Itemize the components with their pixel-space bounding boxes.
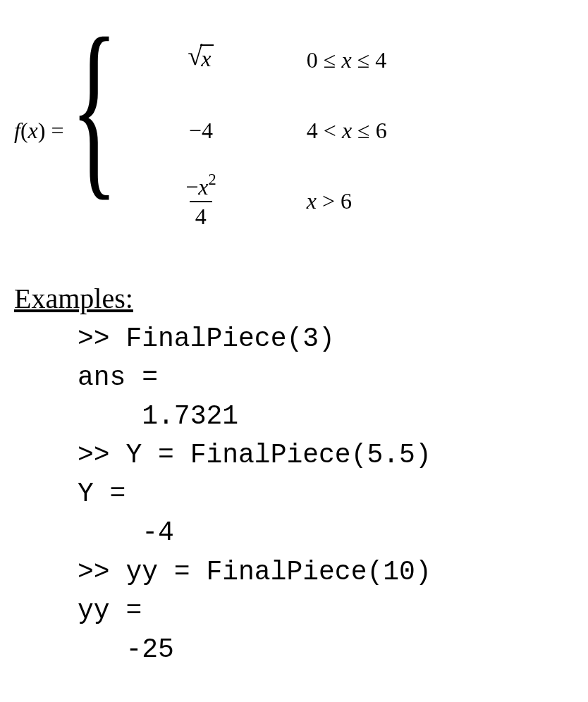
cond2-part1: 4 < <box>307 118 342 143</box>
case-row-1: √ x 0 ≤ x ≤ 4 <box>145 25 504 95</box>
x-var: x <box>28 118 38 143</box>
code-line-6: >> yy = FinalPiece(10) <box>78 557 431 587</box>
expr-sqrt: √ x <box>145 44 257 75</box>
examples-heading: Examples: <box>14 282 574 315</box>
cond3-x: x <box>307 188 317 214</box>
case-row-3: −x2 4 x > 6 <box>145 166 504 236</box>
function-label: f(x) = <box>14 118 71 144</box>
cases-group: { √ x 0 ≤ x ≤ 4 −4 4 < x ≤ 6 <box>71 14 503 247</box>
num-x: x <box>198 173 208 199</box>
piecewise-equation: f(x) = { √ x 0 ≤ x ≤ 4 −4 4 < x ≤ 6 <box>14 14 574 247</box>
num-minus: − <box>185 173 198 199</box>
code-line-4: Y = <box>78 479 125 509</box>
denominator: 4 <box>190 201 212 230</box>
left-brace: { <box>71 8 118 241</box>
code-examples: >> FinalPiece(3) ans = 1.7321 >> Y = Fin… <box>14 319 574 669</box>
expr-frac: −x2 4 <box>145 172 257 230</box>
numerator: −x2 <box>180 172 221 202</box>
code-line-2: 1.7321 <box>78 401 238 431</box>
equals-sign: = <box>45 118 63 143</box>
code-line-7: yy = <box>78 596 142 626</box>
radical-symbol: √ <box>188 40 202 71</box>
cond1-part2: ≤ 4 <box>352 47 387 73</box>
num-sup: 2 <box>208 171 216 188</box>
open-paren: ( <box>20 118 28 143</box>
condition-1: 0 ≤ x ≤ 4 <box>257 47 504 73</box>
expr-neg4: −4 <box>145 118 257 144</box>
cond1-x: x <box>341 47 351 73</box>
cond2-x: x <box>342 118 352 143</box>
f-symbol: f <box>14 118 20 143</box>
code-line-0: >> FinalPiece(3) <box>78 324 335 354</box>
code-line-8: -25 <box>78 634 174 665</box>
cond1-part1: 0 ≤ <box>307 47 342 73</box>
cond2-part2: ≤ 6 <box>352 118 387 143</box>
code-line-3: >> Y = FinalPiece(5.5) <box>78 440 431 470</box>
case-row-2: −4 4 < x ≤ 6 <box>145 95 504 166</box>
condition-3: x > 6 <box>257 188 504 214</box>
condition-2: 4 < x ≤ 6 <box>257 118 504 144</box>
code-line-5: -4 <box>78 517 174 548</box>
cases-column: √ x 0 ≤ x ≤ 4 −4 4 < x ≤ 6 −x2 <box>145 14 504 247</box>
close-paren: ) <box>38 118 46 143</box>
code-line-1: ans = <box>78 362 158 393</box>
cond3-gt: > 6 <box>317 188 352 214</box>
